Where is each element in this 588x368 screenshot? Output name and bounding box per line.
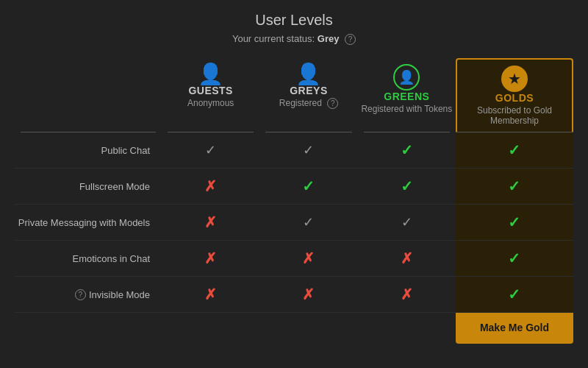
feature-cell-4-2: ✗: [358, 277, 456, 312]
feature-row: ?Invisible Mode✗✗✗✓: [15, 277, 573, 313]
level-col-greys: 👤 GREYS Registered ?: [259, 58, 357, 132]
level-col-golds: ★ GOLDS Subscribed to Gold Membership: [456, 58, 573, 132]
check-grey-icon: ✓: [401, 214, 412, 230]
cross-red-icon: ✗: [401, 286, 413, 303]
feature-cell-0-1: ✓: [259, 133, 357, 167]
feature-cell-3-3: ✓: [456, 241, 573, 276]
check-green-icon: ✓: [508, 177, 520, 195]
make-me-gold-label: Make Me Gold: [480, 322, 549, 333]
guests-name: GUESTS: [188, 85, 233, 96]
feature-cell-4-1: ✗: [259, 277, 357, 312]
feature-cell-1-0: ✗: [162, 169, 259, 204]
feature-cell-3-0: ✗: [162, 241, 259, 276]
guests-desc: Anonymous: [187, 98, 234, 108]
feature-label-0: Public Chat: [15, 136, 162, 165]
levels-table: 👤 GUESTS Anonymous 👤 GREYS Registered ? …: [15, 58, 573, 344]
level-col-greens: 👤 GREENS Registered with Tokens: [358, 58, 456, 132]
check-green-icon: ✓: [401, 177, 413, 195]
cross-red-icon: ✗: [302, 250, 315, 267]
greens-name: GREENS: [384, 91, 429, 102]
feature-cell-1-1: ✓: [259, 169, 357, 204]
feature-cell-2-2: ✓: [358, 205, 456, 239]
feature-cell-2-0: ✗: [162, 205, 259, 240]
feature-cell-2-1: ✓: [259, 205, 357, 239]
make-me-gold-button[interactable]: Make Me Gold: [456, 313, 573, 344]
status-help-icon[interactable]: ?: [345, 34, 356, 45]
levels-header: 👤 GUESTS Anonymous 👤 GREYS Registered ? …: [15, 58, 573, 132]
cross-red-icon: ✗: [204, 250, 217, 267]
cross-red-icon: ✗: [204, 177, 217, 195]
feature-cell-0-2: ✓: [358, 132, 456, 168]
check-green-icon: ✓: [508, 286, 520, 303]
feature-row: Public Chat✓✓✓✓: [15, 132, 573, 169]
level-col-guests: 👤 GUESTS Anonymous: [162, 58, 259, 132]
golds-desc: Subscribed to Gold Membership: [460, 105, 569, 126]
features-table: Public Chat✓✓✓✓Fullscreen Mode✗✓✓✓Privat…: [15, 132, 573, 313]
feature-cell-0-0: ✓: [162, 133, 259, 167]
check-grey-icon: ✓: [303, 214, 314, 230]
greys-icon: 👤: [295, 64, 321, 85]
feature-row: Emoticons in Chat✗✗✗✓: [15, 241, 573, 277]
feature-label-2: Private Messaging with Models: [15, 208, 162, 237]
feature-row: Private Messaging with Models✗✓✓✓: [15, 205, 573, 241]
feature-cell-1-2: ✓: [358, 169, 456, 204]
page-container: User Levels Your current status: Grey ? …: [0, 0, 588, 368]
feature-cell-3-1: ✗: [259, 241, 357, 276]
feature-cell-4-3: ✓: [456, 277, 573, 312]
check-green-icon: ✓: [302, 177, 315, 195]
feature-cell-1-3: ✓: [456, 169, 573, 204]
check-green-icon: ✓: [508, 213, 520, 231]
greys-name: GREYS: [290, 85, 328, 96]
gold-footer: Make Me Gold: [15, 313, 573, 344]
feature-row: Fullscreen Mode✗✓✓✓: [15, 169, 573, 205]
check-grey-icon: ✓: [303, 142, 314, 158]
cross-red-icon: ✗: [401, 250, 413, 267]
cross-red-icon: ✗: [302, 286, 315, 303]
level-empty-header: [15, 58, 162, 132]
feature-cell-2-3: ✓: [456, 205, 573, 240]
guests-icon: 👤: [198, 64, 223, 85]
cross-red-icon: ✗: [204, 286, 217, 303]
feature-help-icon-4[interactable]: ?: [75, 289, 86, 300]
greens-icon: 👤: [393, 64, 420, 91]
check-green-icon: ✓: [401, 141, 413, 159]
greys-help-icon[interactable]: ?: [327, 98, 338, 109]
status-value: Grey: [318, 33, 340, 44]
golds-icon: ★: [501, 66, 528, 92]
check-green-icon: ✓: [508, 250, 520, 267]
check-grey-icon: ✓: [205, 142, 216, 158]
feature-label-3: Emoticons in Chat: [15, 244, 162, 273]
greens-desc: Registered with Tokens: [361, 104, 452, 114]
page-title: User Levels: [255, 12, 333, 29]
feature-cell-4-0: ✗: [162, 277, 259, 312]
feature-cell-3-2: ✗: [358, 241, 456, 276]
feature-label-4: ?Invisible Mode: [15, 280, 162, 309]
feature-cell-0-3: ✓: [456, 132, 573, 168]
greys-desc: Registered ?: [279, 98, 338, 109]
check-green-icon: ✓: [508, 141, 520, 159]
cross-red-icon: ✗: [204, 213, 217, 231]
current-status: Your current status: Grey ?: [232, 33, 356, 45]
golds-name: GOLDS: [495, 92, 534, 104]
feature-label-1: Fullscreen Mode: [15, 172, 162, 201]
